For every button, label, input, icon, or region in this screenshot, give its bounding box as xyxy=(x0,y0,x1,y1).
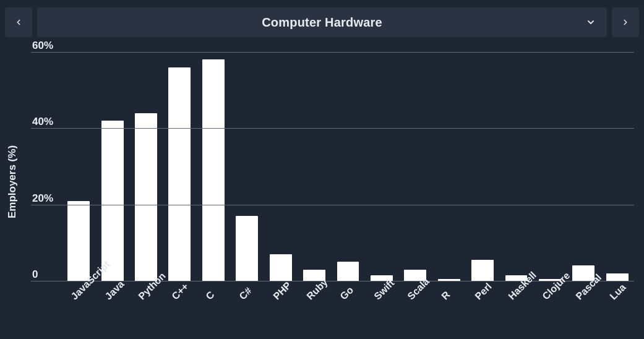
bar-slot xyxy=(466,52,499,281)
x-label-slot: Haskell xyxy=(499,281,533,337)
bar[interactable] xyxy=(135,113,157,281)
x-label-slot: Scala xyxy=(398,281,432,337)
bar-slot xyxy=(533,52,567,281)
bar-slot xyxy=(432,52,465,281)
x-tick-label: C# xyxy=(238,285,254,302)
bar-slot xyxy=(398,52,432,281)
bar-slot xyxy=(298,52,331,281)
bar-slot xyxy=(163,52,196,281)
y-tick-label: 60% xyxy=(32,40,53,52)
bar[interactable] xyxy=(67,201,90,281)
bar-slot xyxy=(95,52,129,281)
x-label-slot: C xyxy=(197,281,230,337)
bar[interactable] xyxy=(168,67,191,281)
bar-slot xyxy=(62,52,95,281)
x-label-slot: PHP xyxy=(264,281,297,337)
x-tick-label: PHP xyxy=(271,280,293,302)
chevron-right-icon xyxy=(621,18,630,27)
x-label-slot: C# xyxy=(230,281,264,337)
x-label-slot: Ruby xyxy=(298,281,331,337)
bars-container xyxy=(62,52,634,281)
y-tick-label: 40% xyxy=(32,116,53,128)
bar-slot xyxy=(230,52,264,281)
chevron-left-icon xyxy=(14,18,23,27)
x-tick-label: Swift xyxy=(372,278,397,303)
category-title: Computer Hardware xyxy=(262,15,382,30)
y-tick-label: 20% xyxy=(32,192,53,205)
bar-slot xyxy=(601,52,634,281)
y-tick-label: 0 xyxy=(32,268,38,281)
chevron-down-icon xyxy=(586,17,596,27)
bar-chart: Employers (%) 020%40%60% JavaScriptJavaP… xyxy=(5,52,639,337)
grid-line xyxy=(31,128,634,129)
x-label-slot: Swift xyxy=(365,281,398,337)
bar[interactable] xyxy=(101,121,124,281)
next-button[interactable] xyxy=(612,7,639,37)
x-tick-label: C++ xyxy=(170,281,191,302)
x-label-slot: Lua xyxy=(601,281,634,337)
x-tick-label: Perl xyxy=(473,281,494,302)
x-tick-label: Go xyxy=(338,285,356,302)
bar[interactable] xyxy=(202,59,225,281)
bar[interactable] xyxy=(236,216,258,281)
x-tick-label: C xyxy=(204,289,217,302)
bar[interactable] xyxy=(270,254,292,281)
bar-slot xyxy=(129,52,163,281)
x-axis-labels: JavaScriptJavaPythonC++CC#PHPRubyGoSwift… xyxy=(62,281,634,337)
x-label-slot: Go xyxy=(331,281,364,337)
x-label-slot: Pascal xyxy=(567,281,600,337)
x-tick-label: Lua xyxy=(608,281,628,302)
x-label-slot: Clojure xyxy=(533,281,567,337)
bar-slot xyxy=(499,52,533,281)
x-label-slot: Java xyxy=(95,281,129,337)
x-label-slot: Perl xyxy=(466,281,499,337)
grid-line xyxy=(31,205,634,205)
plot-area: 020%40%60% xyxy=(31,52,634,281)
x-label-slot: C++ xyxy=(163,281,196,337)
x-label-slot: Python xyxy=(129,281,163,337)
bar[interactable] xyxy=(337,262,359,281)
bar-slot xyxy=(197,52,230,281)
x-label-slot: R xyxy=(432,281,465,337)
bar[interactable] xyxy=(471,260,494,281)
y-axis-label: Employers (%) xyxy=(6,145,19,218)
grid-line xyxy=(31,52,634,53)
x-tick-label: Java xyxy=(103,278,126,302)
bar[interactable] xyxy=(606,273,629,281)
x-tick-label: Ruby xyxy=(304,277,330,302)
bar-slot xyxy=(331,52,364,281)
bar-slot xyxy=(365,52,398,281)
prev-button[interactable] xyxy=(5,7,32,37)
category-selector[interactable]: Computer Hardware xyxy=(37,7,607,37)
x-tick-label: R xyxy=(439,289,452,302)
x-label-slot: JavaScript xyxy=(62,281,95,337)
chart-header: Computer Hardware xyxy=(5,7,639,37)
bar-slot xyxy=(567,52,600,281)
bar-slot xyxy=(264,52,297,281)
